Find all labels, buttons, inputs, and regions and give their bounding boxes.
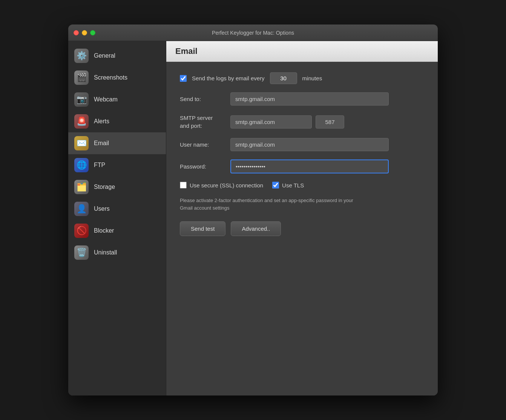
minutes-input[interactable] <box>270 72 297 84</box>
ssl-checkbox[interactable] <box>180 182 187 189</box>
send-to-label: Send to: <box>180 96 225 102</box>
sidebar-item-storage[interactable]: 🗂️ Storage <box>68 176 166 198</box>
tls-label: Use TLS <box>282 182 304 189</box>
send-logs-checkbox[interactable] <box>180 75 187 82</box>
send-test-button[interactable]: Send test <box>180 221 225 236</box>
app-window: Perfect Keylogger for Mac: Options ⚙️ Ge… <box>68 25 438 395</box>
window-body: ⚙️ General 🎬 Screenshots 📷 Webcam 🚨 Aler… <box>68 41 438 395</box>
sidebar-item-screenshots[interactable]: 🎬 Screenshots <box>68 67 166 89</box>
sidebar-label-uninstall: Uninstall <box>94 249 117 256</box>
ftp-icon: 🌐 <box>74 158 89 172</box>
sidebar-label-alerts: Alerts <box>94 118 109 125</box>
storage-icon: 🗂️ <box>74 180 89 194</box>
sidebar-item-alerts[interactable]: 🚨 Alerts <box>68 110 166 132</box>
sidebar-label-storage: Storage <box>94 184 115 190</box>
close-button[interactable] <box>74 30 79 35</box>
sidebar-label-blocker: Blocker <box>94 227 114 234</box>
tls-checkbox[interactable] <box>272 182 279 189</box>
sidebar-item-webcam[interactable]: 📷 Webcam <box>68 89 166 110</box>
sidebar-label-users: Users <box>94 205 110 212</box>
password-label: Password: <box>180 163 225 170</box>
buttons-row: Send test Advanced.. <box>180 221 424 236</box>
password-input[interactable] <box>230 159 389 173</box>
smtp-label: SMTP server and port: <box>180 114 225 130</box>
smtp-server-input[interactable] <box>230 115 312 129</box>
section-header: Email <box>166 41 438 62</box>
send-logs-row: Send the logs by email every minutes <box>180 72 424 84</box>
form-area: Send the logs by email every minutes Sen… <box>166 62 438 247</box>
blocker-icon: 🚫 <box>74 224 89 238</box>
send-to-input[interactable] <box>230 92 389 106</box>
smtp-port-input[interactable] <box>316 115 344 129</box>
email-icon: ✉️ <box>74 136 89 150</box>
sidebar-item-general[interactable]: ⚙️ General <box>68 45 166 67</box>
ssl-label: Use secure (SSL) connection <box>190 182 263 189</box>
screenshots-icon: 🎬 <box>74 71 89 85</box>
advanced-button[interactable]: Advanced.. <box>231 221 281 236</box>
main-content: Email Send the logs by email every minut… <box>166 41 438 395</box>
username-input[interactable] <box>230 138 389 151</box>
sidebar-item-blocker[interactable]: 🚫 Blocker <box>68 220 166 242</box>
sidebar-label-email: Email <box>94 140 109 147</box>
smtp-inputs <box>230 115 344 129</box>
traffic-lights <box>74 30 95 35</box>
password-row: Password: <box>180 159 424 173</box>
sidebar-item-ftp[interactable]: 🌐 FTP <box>68 154 166 176</box>
username-label: User name: <box>180 141 225 148</box>
sidebar: ⚙️ General 🎬 Screenshots 📷 Webcam 🚨 Aler… <box>68 41 166 395</box>
uninstall-icon: 🗑️ <box>74 245 89 260</box>
sidebar-label-ftp: FTP <box>94 162 105 169</box>
sidebar-item-uninstall[interactable]: 🗑️ Uninstall <box>68 242 166 264</box>
info-text: Please activate 2-factor authentication … <box>180 197 361 212</box>
sidebar-label-screenshots: Screenshots <box>94 74 127 81</box>
send-to-row: Send to: <box>180 92 424 106</box>
alerts-icon: 🚨 <box>74 114 89 129</box>
maximize-button[interactable] <box>90 30 95 35</box>
webcam-icon: 📷 <box>74 92 89 107</box>
sidebar-label-general: General <box>94 52 115 59</box>
minutes-label: minutes <box>302 75 322 81</box>
ssl-group: Use secure (SSL) connection <box>180 182 263 189</box>
titlebar: Perfect Keylogger for Mac: Options <box>68 25 438 41</box>
sidebar-item-email[interactable]: ✉️ Email <box>68 132 166 154</box>
section-title: Email <box>175 46 198 56</box>
tls-group: Use TLS <box>272 182 304 189</box>
smtp-row: SMTP server and port: <box>180 114 424 130</box>
users-icon: 👤 <box>74 202 89 216</box>
minimize-button[interactable] <box>82 30 87 35</box>
send-logs-label: Send the logs by email every <box>192 75 265 81</box>
general-icon: ⚙️ <box>74 49 89 63</box>
ssl-tls-row: Use secure (SSL) connection Use TLS <box>180 182 424 189</box>
sidebar-item-users[interactable]: 👤 Users <box>68 198 166 220</box>
username-row: User name: <box>180 138 424 151</box>
sidebar-label-webcam: Webcam <box>94 96 118 103</box>
window-title: Perfect Keylogger for Mac: Options <box>212 30 294 36</box>
